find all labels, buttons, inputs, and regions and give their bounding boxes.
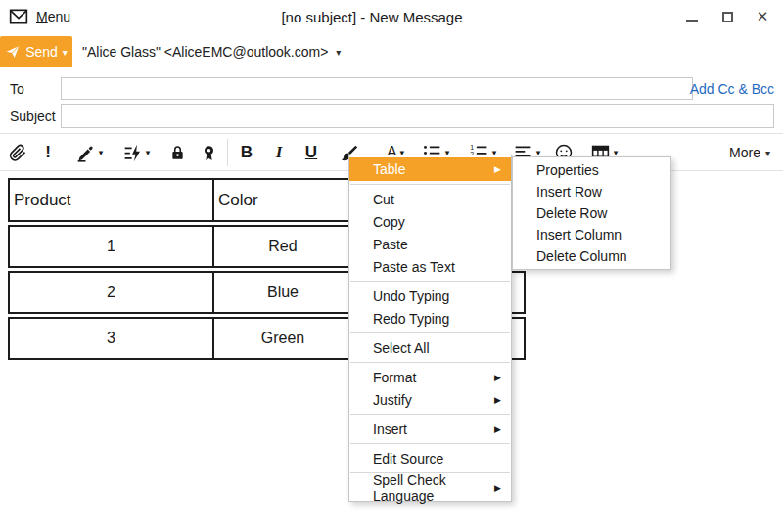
table-cell[interactable]: Product <box>8 178 214 222</box>
submenu-item-insert-column[interactable]: Insert Column <box>513 224 670 245</box>
title-bar: Menu [no subject] - New Message ✕ <box>0 0 783 33</box>
from-account-label: "Alice Glass" <AliceEMC@outlook.com> <box>82 44 328 60</box>
encrypt-button[interactable] <box>164 137 190 168</box>
attach-file-button[interactable] <box>5 137 30 168</box>
context-menu-item-edit-source[interactable]: Edit Source <box>349 447 511 469</box>
table-cell[interactable]: 3 <box>8 317 214 360</box>
more-caret-icon: ▾ <box>765 148 770 158</box>
menu-item-label: Spell Check Language <box>373 472 503 504</box>
from-account-selector[interactable]: "Alice Glass" <AliceEMC@outlook.com> ▾ <box>82 36 341 67</box>
menu-separator <box>350 184 510 185</box>
context-menu-item-undo-typing[interactable]: Undo Typing <box>349 285 511 307</box>
submenu-arrow-icon: ▶ <box>494 395 501 405</box>
menu-separator <box>350 443 510 444</box>
table-cell[interactable]: 1 <box>8 225 214 268</box>
send-dropdown-caret-icon: ▾ <box>63 47 68 58</box>
menu-item-label: Table <box>373 161 405 177</box>
signature-pen-icon <box>75 143 96 163</box>
context-menu-item-format[interactable]: Format ▶ <box>349 366 511 388</box>
quick-text-icon <box>122 143 143 163</box>
more-button[interactable]: More ▾ <box>729 137 770 168</box>
italic-label: I <box>276 143 283 162</box>
menu-separator <box>350 362 510 363</box>
quick-text-caret-icon: ▾ <box>146 148 151 157</box>
menu-separator <box>350 281 510 282</box>
context-menu-item-copy[interactable]: Copy <box>349 210 511 233</box>
context-menu: Table ▶ Cut Copy Paste Paste as Text Und… <box>348 155 512 502</box>
context-menu-item-select-all[interactable]: Select All <box>349 336 511 359</box>
maximize-button[interactable] <box>713 4 742 29</box>
menu-separator <box>350 332 510 333</box>
maximize-icon <box>722 12 733 22</box>
context-menu-item-paste-as-text[interactable]: Paste as Text <box>349 255 511 278</box>
exclamation-icon: ! <box>45 143 51 162</box>
table-cell[interactable]: Color <box>214 178 353 222</box>
to-label: To <box>10 81 24 97</box>
send-label: Send <box>25 44 58 60</box>
toolbar-divider <box>227 139 228 166</box>
submenu-arrow-icon: ▶ <box>494 483 501 493</box>
table-cell[interactable]: 2 <box>8 271 214 314</box>
bold-button[interactable]: B <box>235 137 258 168</box>
context-menu-item-table[interactable]: Table ▶ <box>349 157 511 181</box>
submenu-arrow-icon: ▶ <box>494 164 501 174</box>
menu-item-label: Format <box>373 370 416 385</box>
quick-text-button[interactable]: ▾ <box>115 137 157 168</box>
table-cell[interactable]: Red <box>214 225 353 268</box>
menu-item-label: Justify <box>373 392 412 408</box>
menu-item-label: Insert <box>373 421 407 437</box>
context-menu-item-spell-check-language[interactable]: Spell Check Language ▶ <box>349 476 511 499</box>
context-menu-item-insert[interactable]: Insert ▶ <box>349 418 511 440</box>
add-cc-bcc-link[interactable]: Add Cc & Bcc <box>690 81 774 97</box>
submenu-arrow-icon: ▶ <box>494 424 501 434</box>
context-menu-item-justify[interactable]: Justify ▶ <box>349 388 511 411</box>
table-cell[interactable]: Green <box>214 317 353 360</box>
digital-sign-button[interactable] <box>196 137 221 168</box>
paperclip-icon <box>8 143 27 162</box>
lock-icon <box>168 144 187 162</box>
table-cell[interactable]: Blue <box>214 271 353 314</box>
submenu-arrow-icon: ▶ <box>494 373 501 382</box>
signature-caret-icon: ▾ <box>99 148 104 157</box>
to-input[interactable] <box>61 77 693 100</box>
italic-button[interactable]: I <box>267 137 291 168</box>
paper-plane-icon <box>5 44 21 60</box>
submenu-item-delete-row[interactable]: Delete Row <box>513 202 670 224</box>
subject-input[interactable] <box>61 104 774 128</box>
menu-separator <box>350 414 510 415</box>
close-button[interactable]: ✕ <box>748 4 777 29</box>
underline-button[interactable]: U <box>299 137 323 168</box>
bold-label: B <box>241 143 253 162</box>
submenu-item-insert-row[interactable]: Insert Row <box>513 181 670 202</box>
underline-label: U <box>305 143 317 162</box>
context-menu-item-cut[interactable]: Cut <box>349 188 511 210</box>
table-submenu: Properties Insert Row Delete Row Insert … <box>512 156 671 270</box>
priority-button[interactable]: ! <box>37 137 59 168</box>
submenu-item-delete-column[interactable]: Delete Column <box>513 245 670 267</box>
from-dropdown-caret-icon: ▾ <box>336 47 341 58</box>
subject-label: Subject <box>10 109 56 124</box>
context-menu-item-redo-typing[interactable]: Redo Typing <box>349 307 511 330</box>
certificate-badge-icon <box>200 144 218 162</box>
compose-window: Menu [no subject] - New Message ✕ Send ▾… <box>0 0 783 532</box>
minimize-icon <box>686 20 698 22</box>
submenu-item-properties[interactable]: Properties <box>513 159 670 181</box>
window-title: [no subject] - New Message <box>0 9 744 25</box>
signature-button[interactable]: ▾ <box>69 137 110 168</box>
context-menu-item-paste[interactable]: Paste <box>349 233 511 255</box>
minimize-button[interactable] <box>677 4 707 29</box>
more-label: More <box>729 145 760 160</box>
send-button[interactable]: Send ▾ <box>0 36 72 67</box>
